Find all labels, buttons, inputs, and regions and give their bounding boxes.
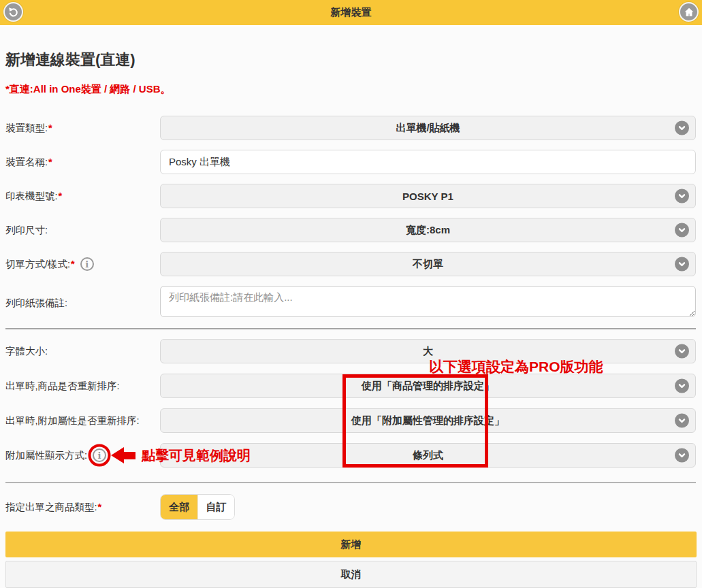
- font-size-select[interactable]: 大: [160, 339, 696, 363]
- paper-note-textarea[interactable]: [160, 286, 696, 317]
- chevron-down-icon: [675, 344, 689, 359]
- chevron-down-icon: [675, 223, 689, 238]
- chevron-down-icon: [675, 448, 689, 463]
- field-row-print-size: 列印尺寸: 寬度:8cm: [5, 218, 696, 242]
- home-icon: [683, 6, 695, 18]
- annotation-info-hint: 點擊可見範例說明: [142, 446, 251, 465]
- paper-note-label: 列印紙張備註:: [5, 297, 160, 310]
- printer-model-label: 印表機型號:*: [5, 190, 160, 203]
- submit-button[interactable]: 新增: [5, 532, 697, 557]
- back-button[interactable]: [3, 2, 23, 22]
- section-divider: [5, 328, 696, 329]
- print-size-label: 列印尺寸:: [5, 224, 160, 237]
- annotation-left-arrow-icon: [111, 447, 135, 463]
- attr-resort-select[interactable]: 使用「附加屬性管理的排序設定」: [160, 408, 696, 433]
- print-size-select[interactable]: 寬度:8cm: [160, 218, 696, 242]
- cut-mode-value: 不切單: [413, 258, 443, 271]
- app-root: 新增裝置 新增連線裝置(直連) *直連:All in One裝置 / 網路 / …: [0, 0, 702, 588]
- device-type-select[interactable]: 出單機/貼紙機: [160, 116, 696, 140]
- field-row-device-type: 裝置類型:* 出單機/貼紙機: [5, 116, 696, 140]
- chevron-down-icon: [675, 121, 689, 135]
- chevron-down-icon: [675, 257, 689, 272]
- font-size-label: 字體大小:: [5, 345, 160, 358]
- field-row-product-category: 指定出單之商品類型:* 全部 自訂: [5, 494, 696, 520]
- device-form: 裝置類型:* 出單機/貼紙機 裝置名稱:*: [5, 116, 696, 520]
- cut-mode-label: 切單方式/樣式:* i: [5, 257, 160, 271]
- device-type-label: 裝置類型:*: [5, 122, 160, 135]
- product-category-label: 指定出單之商品類型:*: [5, 501, 160, 514]
- required-asterisk: *: [48, 122, 52, 133]
- chevron-down-icon: [675, 379, 689, 393]
- product-resort-select[interactable]: 使用「商品管理的排序設定」: [160, 374, 696, 398]
- product-category-all-button[interactable]: 全部: [161, 495, 197, 519]
- chevron-down-icon: [675, 414, 689, 428]
- field-row-printer-model: 印表機型號:* POSKY P1: [5, 184, 696, 208]
- attr-resort-value: 使用「附加屬性管理的排序設定」: [351, 414, 505, 427]
- main-content: 新增連線裝置(直連) *直連:All in One裝置 / 網路 / USB。 …: [0, 51, 702, 520]
- back-icon: [7, 5, 20, 18]
- field-row-product-resort: 出單時,商品是否重新排序: 使用「商品管理的排序設定」: [5, 374, 696, 398]
- required-asterisk: *: [48, 157, 52, 167]
- connection-type-note: *直連:All in One裝置 / 網路 / USB。: [5, 83, 696, 96]
- attr-display-info-icon[interactable]: i: [93, 448, 106, 462]
- chevron-down-icon: [675, 189, 689, 203]
- annotation-pro-note: 以下選項設定為PRO版功能: [429, 357, 603, 376]
- page-title: 新增連線裝置(直連): [5, 51, 696, 69]
- section-divider: [5, 482, 696, 483]
- print-size-value: 寬度:8cm: [406, 224, 450, 237]
- field-row-cut-mode: 切單方式/樣式:* i 不切單: [5, 252, 696, 276]
- field-row-attr-display: 附加屬性顯示方式: i 點擊可見範例說明 條列式: [5, 443, 696, 468]
- product-resort-value: 使用「商品管理的排序設定」: [362, 380, 494, 393]
- cut-mode-select[interactable]: 不切單: [160, 252, 696, 276]
- home-button[interactable]: [679, 2, 699, 22]
- device-name-input[interactable]: [160, 150, 696, 174]
- required-asterisk: *: [71, 259, 75, 270]
- app-header: 新增裝置: [0, 0, 702, 27]
- pro-settings-section: 字體大小: 大 出單時,商品是否重新排序:: [5, 339, 696, 468]
- field-row-attr-resort: 出單時,附加屬性是否重新排序: 使用「附加屬性管理的排序設定」: [5, 408, 696, 433]
- font-size-value: 大: [423, 345, 433, 358]
- field-row-paper-note: 列印紙張備註:: [5, 286, 696, 320]
- product-resort-label: 出單時,商品是否重新排序:: [5, 380, 160, 393]
- attr-resort-label: 出單時,附加屬性是否重新排序:: [5, 414, 160, 427]
- printer-model-select[interactable]: POSKY P1: [160, 184, 696, 208]
- product-category-segment: 全部 自訂: [160, 494, 235, 520]
- device-name-label: 裝置名稱:*: [5, 156, 160, 169]
- cut-mode-info-icon[interactable]: i: [80, 257, 94, 271]
- product-category-custom-button[interactable]: 自訂: [197, 495, 234, 519]
- attr-display-value: 條列式: [413, 449, 443, 462]
- field-row-device-name: 裝置名稱:*: [5, 150, 696, 174]
- required-asterisk: *: [59, 191, 63, 201]
- attr-display-label: 附加屬性顯示方式: i 點擊可見範例說明: [5, 446, 160, 465]
- cancel-button[interactable]: 取消: [5, 561, 697, 588]
- appbar-title: 新增裝置: [331, 6, 372, 19]
- required-asterisk: *: [98, 502, 102, 512]
- printer-model-value: POSKY P1: [402, 191, 453, 202]
- device-type-value: 出單機/貼紙機: [396, 122, 460, 135]
